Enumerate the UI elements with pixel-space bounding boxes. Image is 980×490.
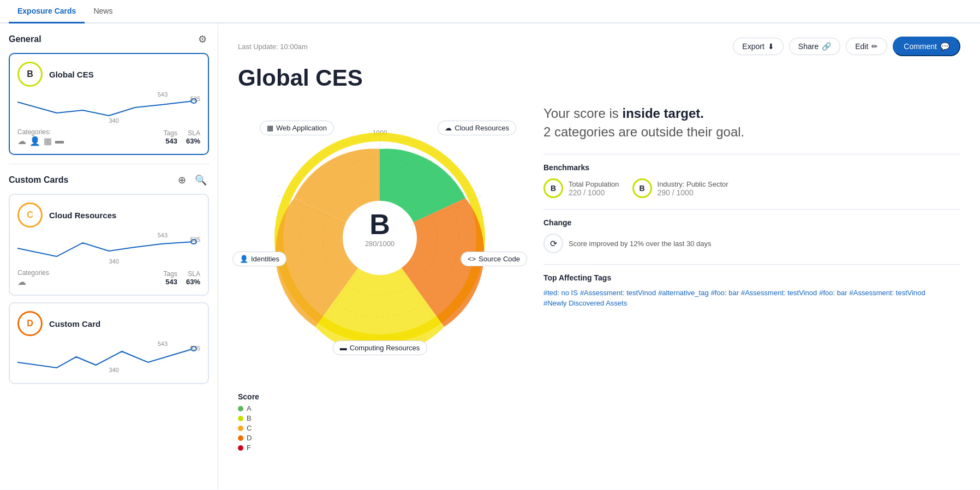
cat-label: Categories: (17, 128, 64, 136)
computing-text: Computing Resources (350, 344, 420, 352)
server-cat-icon: ▬ (340, 344, 347, 352)
svg-text:B: B (369, 208, 390, 240)
sla-item-cloud: SLA 63% (186, 270, 200, 286)
divider (9, 164, 209, 164)
custom-cards-title: Custom Cards (9, 175, 68, 185)
layout: General ⚙ B Global CES 543 340 535 Categ… (0, 23, 980, 489)
cloud-resources-label[interactable]: ☁ Cloud Resources (438, 121, 516, 135)
tag-1[interactable]: #Assessment: testVinod (580, 289, 656, 297)
benchmarks-title: Benchmarks (543, 163, 960, 172)
web-app-text: Web Application (276, 124, 327, 132)
cloud-card-header: C Cloud Resources (17, 202, 200, 228)
change-title: Change (543, 218, 960, 227)
tags-item-cloud: Tags 543 (164, 270, 177, 286)
categories-col: Categories: ☁ 👤 ▦ ▬ (17, 128, 64, 146)
cat-label-cloud: Categories (17, 269, 49, 277)
edit-icon: ✏ (871, 42, 878, 51)
tag-2[interactable]: #alternative_tag (658, 289, 709, 297)
general-title: General (9, 34, 41, 44)
benchmark-info-total: Total Population 220 / 1000 (569, 180, 619, 197)
radar-wrapper: 1000 0 (238, 104, 522, 388)
cloud-resources-card[interactable]: C Cloud Resources 543 340 535 Categories… (9, 194, 209, 296)
radar-svg: 1000 0 (238, 104, 522, 366)
legend-dot-f (238, 445, 243, 451)
source-code-label[interactable]: <> Source Code (461, 252, 527, 266)
search-custom-card-button[interactable]: 🔍 (193, 173, 209, 187)
sparkline-cloud: 543 340 535 (17, 232, 200, 265)
share-button[interactable]: Share 🔗 (789, 38, 840, 55)
tab-exposure-cards[interactable]: Exposure Cards (9, 0, 85, 23)
cat-icons: ☁ 👤 ▦ ▬ (17, 136, 64, 146)
tab-news[interactable]: News (85, 0, 121, 23)
comment-button[interactable]: Comment 💬 (893, 37, 960, 56)
legend-label-b: B (247, 414, 252, 422)
tags-row: #ted: no IS #Assessment: testVinod #alte… (543, 289, 960, 307)
score-categories-text: 2 categories are outside their goal. (543, 124, 744, 139)
benchmark-label-industry: Industry: Public Sector (658, 180, 728, 188)
add-custom-card-button[interactable]: ⊕ (176, 173, 188, 187)
cloud-resources-title: Cloud Resources (49, 211, 116, 220)
settings-button[interactable]: ⚙ (196, 32, 209, 46)
spark-high-custom: 543 (158, 340, 168, 347)
benchmarks-row: B Total Population 220 / 1000 (543, 178, 960, 198)
legend-a: A (238, 404, 259, 413)
tag-5[interactable]: #foo: bar (819, 289, 847, 297)
tag-4[interactable]: #Assessment: testVinod (741, 289, 817, 297)
spark-low-custom: 340 (109, 367, 119, 373)
custom-cards-header: Custom Cards ⊕ 🔍 (9, 173, 209, 187)
spark-end-custom: 535 (190, 345, 200, 351)
tags-label: Tags (164, 129, 177, 137)
sla-label-cloud: SLA (188, 270, 200, 278)
main-content: Last Update: 10:00am Export ⬇ Share 🔗 Ed… (218, 23, 980, 489)
legend-f: F (238, 444, 259, 452)
custom-card-header: D Custom Card (17, 311, 200, 336)
sparkline-custom: 543 340 535 (17, 340, 200, 373)
cloud-icon: ☁ (17, 136, 26, 146)
tags-item: Tags 543 (164, 129, 177, 145)
custom-card-card[interactable]: D Custom Card 543 340 535 (9, 302, 209, 384)
score-summary: Your score is inside target. 2 categorie… (543, 104, 960, 141)
score-inside-text: Your score is (543, 106, 619, 121)
toolbar-actions: Export ⬇ Share 🔗 Edit ✏ Comment 💬 (733, 37, 960, 56)
benchmark-score-total: 220 / 1000 (569, 188, 619, 197)
source-code-text: Source Code (479, 255, 520, 263)
tag-6[interactable]: #Assessment: testVinod (850, 289, 925, 297)
main-inner: Last Update: 10:00am Export ⬇ Share 🔗 Ed… (218, 23, 980, 489)
sla-item: SLA 63% (186, 129, 200, 145)
tags-sla: Tags 543 SLA 63% (164, 129, 200, 145)
legend-dot-d (238, 435, 243, 441)
change-section: Change ⟳ Score improved by 12% over the … (543, 209, 960, 253)
custom-cards-actions: ⊕ 🔍 (176, 173, 209, 187)
web-application-label[interactable]: ▦ Web Application (260, 121, 334, 135)
benchmark-total: B Total Population 220 / 1000 (543, 178, 619, 198)
identities-text: Identities (251, 255, 279, 263)
sla-value-cloud: 63% (186, 278, 200, 286)
sla-value: 63% (186, 137, 200, 145)
general-section-header: General ⚙ (9, 32, 209, 46)
computing-resources-label[interactable]: ▬ Computing Resources (333, 340, 427, 355)
page-title: Global CES (238, 65, 960, 91)
identities-label[interactable]: 👤 Identities (232, 252, 286, 266)
spark-low-cloud: 340 (109, 258, 119, 265)
tag-3[interactable]: #foo: bar (711, 289, 739, 297)
export-button[interactable]: Export ⬇ (733, 38, 783, 55)
code-icon: <> (468, 255, 476, 263)
right-panel: Your score is inside target. 2 categorie… (543, 104, 960, 318)
global-ces-card[interactable]: B Global CES 543 340 535 Categories: ☁ 👤 (9, 53, 209, 155)
change-row: ⟳ Score improved by 12% over the last 30… (543, 234, 960, 253)
score-legend-title: Score (238, 392, 259, 401)
grade-circle-d: D (17, 311, 43, 336)
tags-value-cloud: 543 (164, 278, 177, 286)
tag-0[interactable]: #ted: no IS (543, 289, 578, 297)
benchmark-industry: B Industry: Public Sector 290 / 1000 (632, 178, 728, 198)
cloud-icon-small: ☁ (17, 277, 26, 287)
benchmarks-section: Benchmarks B Total Population 220 / 1000 (543, 154, 960, 198)
tag-7[interactable]: #Newly Discovered Assets (543, 299, 627, 307)
cat-icons-cloud: ☁ (17, 277, 49, 287)
edit-button[interactable]: Edit ✏ (846, 38, 887, 55)
benchmark-grade-industry: B (632, 178, 652, 198)
edit-label: Edit (855, 42, 868, 51)
tags-label-cloud: Tags (164, 270, 177, 278)
server-icon: ▬ (55, 136, 64, 146)
spark-end: 535 (190, 95, 200, 102)
